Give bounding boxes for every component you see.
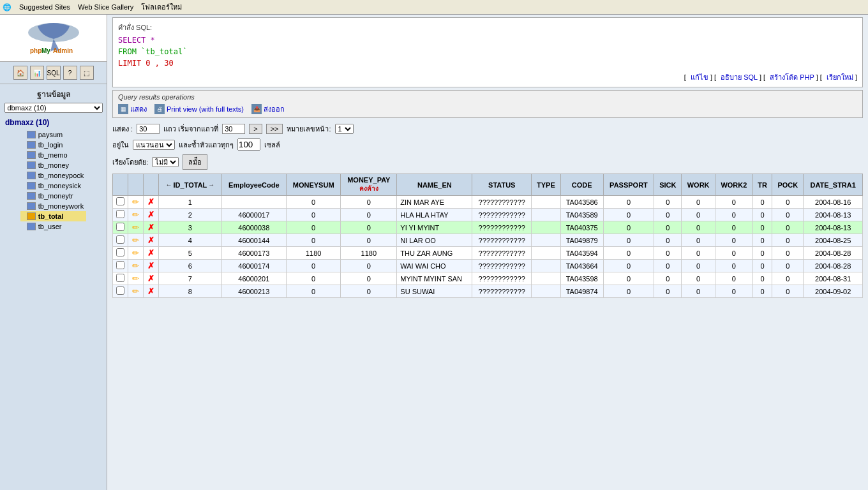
row-edit[interactable]: ✏ bbox=[128, 221, 144, 234]
sort-btn[interactable]: ลมัือ bbox=[183, 154, 207, 170]
row-del[interactable]: ✗ bbox=[144, 196, 159, 209]
col-id-right[interactable]: → bbox=[208, 181, 214, 188]
delete-icon[interactable]: ✗ bbox=[147, 223, 154, 232]
col-work[interactable]: WORK bbox=[682, 174, 715, 196]
show-input[interactable]: 30 bbox=[137, 124, 160, 134]
row-check[interactable] bbox=[113, 247, 128, 260]
ops-print-btn[interactable]: 🖨 Print view (with full texts) bbox=[154, 104, 244, 114]
row-check[interactable] bbox=[113, 272, 128, 285]
row-del[interactable]: ✗ bbox=[144, 247, 159, 260]
ops-show-btn[interactable]: ▦ แสดง bbox=[118, 103, 147, 115]
row-del[interactable]: ✗ bbox=[144, 272, 159, 285]
col-empcode[interactable]: EmployeeCode bbox=[221, 174, 286, 196]
edit-icon[interactable]: ✏ bbox=[132, 210, 139, 219]
nav-item-tb_moneywork[interactable]: tb_moneywork bbox=[20, 201, 87, 211]
col-pock[interactable]: POCK bbox=[772, 174, 804, 196]
nav-item-tb_memo[interactable]: tb_memo bbox=[20, 150, 87, 160]
row-date: 2004-08-31 bbox=[804, 272, 863, 285]
row-edit[interactable]: ✏ bbox=[128, 209, 144, 221]
col-id[interactable]: ← ID_TOTAL → bbox=[159, 174, 221, 196]
sql-php-link[interactable]: สร้างโต้ด PHP bbox=[770, 73, 814, 81]
col-name[interactable]: NAME_EN bbox=[397, 174, 472, 196]
sql-explain-link[interactable]: อธิบาย SQL bbox=[721, 73, 758, 81]
row-del[interactable]: ✗ bbox=[144, 221, 159, 234]
col-moneypay[interactable]: MONEY_PAYคงค้าง bbox=[341, 174, 397, 196]
edit-icon[interactable]: ✏ bbox=[132, 197, 139, 207]
edit-icon[interactable]: ✏ bbox=[132, 261, 139, 271]
sql-icon[interactable]: SQL bbox=[47, 66, 61, 80]
from-input[interactable]: 30 bbox=[222, 124, 245, 134]
nav-item-tb_login[interactable]: tb_login bbox=[20, 140, 87, 150]
sql-refresh-link[interactable]: เรียกใหม่ bbox=[827, 73, 853, 81]
delete-icon[interactable]: ✗ bbox=[147, 197, 154, 207]
home-icon[interactable]: 🏠 bbox=[13, 66, 27, 80]
nav-last-btn[interactable]: >> bbox=[266, 124, 283, 134]
row-edit[interactable]: ✏ bbox=[128, 285, 144, 298]
db-name[interactable]: dbmaxz (10) bbox=[0, 114, 107, 130]
col-sick[interactable]: SICK bbox=[654, 174, 682, 196]
nav-next-btn[interactable]: > bbox=[249, 124, 262, 134]
tab-suggested[interactable]: Suggested Sites bbox=[19, 3, 70, 11]
nav-item-paysum[interactable]: paysum bbox=[20, 130, 87, 140]
nav-item-tb_moneytr[interactable]: tb_moneytr bbox=[20, 191, 87, 201]
row-edit[interactable]: ✏ bbox=[128, 234, 144, 247]
row-edit[interactable]: ✏ bbox=[128, 196, 144, 209]
row-del[interactable]: ✗ bbox=[144, 285, 159, 298]
col-tr[interactable]: TR bbox=[752, 174, 772, 196]
delete-icon[interactable]: ✗ bbox=[147, 261, 154, 271]
edit-icon[interactable]: ✏ bbox=[132, 223, 139, 232]
delete-icon[interactable]: ✗ bbox=[147, 274, 154, 283]
db-select[interactable]: dbmaxz (10) bbox=[4, 103, 103, 113]
nav-item-tb_money[interactable]: tb_money bbox=[20, 160, 87, 170]
col-passport[interactable]: PASSPORT bbox=[603, 174, 654, 196]
row-check[interactable] bbox=[113, 221, 128, 234]
row-check[interactable] bbox=[113, 285, 128, 298]
db-icon[interactable]: 📊 bbox=[30, 66, 44, 80]
exit-icon[interactable]: ⬚ bbox=[80, 66, 94, 80]
page-select[interactable]: 1 bbox=[335, 124, 354, 134]
nav-item-tb_moneypock[interactable]: tb_moneypock bbox=[20, 170, 87, 181]
nav-item-tb_total[interactable]: tb_total bbox=[20, 211, 87, 221]
edit-icon[interactable]: ✏ bbox=[132, 286, 139, 296]
row-type bbox=[532, 260, 561, 272]
row-edit[interactable]: ✏ bbox=[128, 260, 144, 272]
edit-icon[interactable]: ✏ bbox=[132, 235, 139, 245]
row-tr: 0 bbox=[752, 285, 772, 298]
row-date: 2004-08-13 bbox=[804, 209, 863, 221]
delete-icon[interactable]: ✗ bbox=[147, 210, 154, 219]
sort-select[interactable]: ไม่มี bbox=[152, 157, 179, 167]
delete-icon[interactable]: ✗ bbox=[147, 235, 154, 245]
col-code[interactable]: CODE bbox=[560, 174, 603, 196]
row-date: 2004-09-02 bbox=[804, 285, 863, 298]
nav-item-tb_moneysick[interactable]: tb_moneysick bbox=[20, 181, 87, 191]
row-del[interactable]: ✗ bbox=[144, 260, 159, 272]
col-moneysum[interactable]: MONEYSUM bbox=[287, 174, 341, 196]
row-edit[interactable]: ✏ bbox=[128, 247, 144, 260]
row-id: 5 bbox=[159, 247, 221, 260]
sql-edit-link[interactable]: แก้ไข bbox=[691, 73, 708, 81]
row-del[interactable]: ✗ bbox=[144, 209, 159, 221]
delete-icon[interactable]: ✗ bbox=[147, 248, 154, 258]
col-status[interactable]: STATUS bbox=[472, 174, 532, 196]
tab-webslice[interactable]: Web Slice Gallery bbox=[78, 3, 133, 11]
edit-icon[interactable]: ✏ bbox=[132, 274, 139, 283]
repeat-input[interactable]: 100 bbox=[237, 138, 260, 151]
nav-item-tb_user[interactable]: tb_user bbox=[20, 221, 87, 232]
row-check[interactable] bbox=[113, 209, 128, 221]
col-date[interactable]: DATE_STRA1 bbox=[804, 174, 863, 196]
row-check[interactable] bbox=[113, 260, 128, 272]
row-check[interactable] bbox=[113, 196, 128, 209]
help-icon[interactable]: ? bbox=[63, 66, 77, 80]
edit-icon[interactable]: ✏ bbox=[132, 248, 139, 258]
col-type[interactable]: TYPE bbox=[532, 174, 561, 196]
row-edit[interactable]: ✏ bbox=[128, 272, 144, 285]
ops-export-btn[interactable]: 📤 ส่งออก bbox=[251, 103, 285, 115]
row-check[interactable] bbox=[113, 234, 128, 247]
col-id-left[interactable]: ← bbox=[166, 181, 172, 188]
delete-icon[interactable]: ✗ bbox=[147, 286, 154, 296]
sort-row: อยู่ใน แนวนอน และซ้ำหัวแถวทุกๆ 100 เซลล์ bbox=[107, 137, 868, 153]
row-del[interactable]: ✗ bbox=[144, 234, 159, 247]
tab-folder[interactable]: โฟลเดอร์ใหม่ bbox=[141, 1, 182, 13]
col-work2[interactable]: WORK2 bbox=[715, 174, 752, 196]
location-select[interactable]: แนวนอน bbox=[133, 140, 175, 150]
